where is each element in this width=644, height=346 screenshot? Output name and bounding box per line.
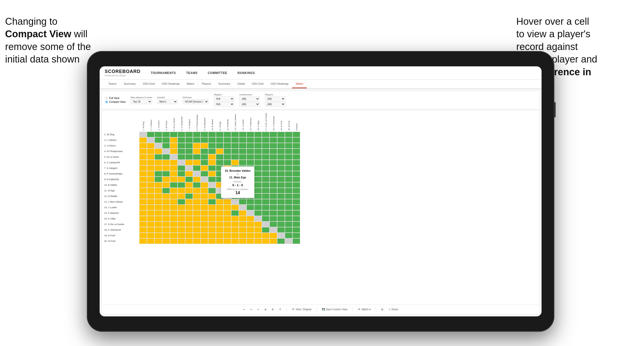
grid-cell[interactable] [178, 165, 185, 171]
grid-cell[interactable] [139, 216, 147, 221]
grid-cell[interactable] [155, 137, 162, 143]
grid-cell[interactable] [162, 132, 170, 137]
grid-cell[interactable] [270, 177, 277, 182]
grid-cell[interactable] [208, 193, 216, 199]
grid-cell[interactable] [270, 193, 277, 199]
grid-cell[interactable] [224, 233, 231, 238]
grid-cell[interactable] [231, 154, 239, 160]
grid-cell[interactable] [193, 205, 201, 210]
grid-cell[interactable] [254, 154, 262, 160]
grid-cell[interactable] [247, 160, 254, 165]
grid-cell[interactable] [239, 137, 247, 143]
grid-cell[interactable] [285, 137, 292, 143]
grid-cell[interactable] [270, 132, 277, 137]
full-view-radio[interactable] [105, 97, 108, 100]
grid-cell[interactable] [277, 143, 285, 149]
grid-cell[interactable] [139, 160, 147, 165]
grid-cell[interactable] [270, 143, 277, 149]
grid-cell[interactable] [216, 238, 224, 244]
grid-cell[interactable] [178, 160, 185, 165]
players-select[interactable]: (All) [265, 96, 285, 101]
grid-cell[interactable] [147, 137, 155, 143]
grid-cell[interactable] [155, 227, 162, 233]
grid-cell[interactable] [162, 137, 170, 143]
grid-cell[interactable] [162, 193, 170, 199]
grid-cell[interactable] [193, 238, 201, 244]
grid-cell[interactable] [231, 143, 239, 149]
grid-cell[interactable] [285, 227, 292, 233]
grid-cell[interactable] [147, 149, 155, 154]
grid-cell[interactable] [231, 216, 239, 221]
grid-cell[interactable] [231, 238, 239, 244]
grid-cell[interactable] [178, 149, 185, 154]
grid-cell[interactable] [285, 154, 292, 160]
subnav-matrix-right[interactable]: Matrix [292, 80, 307, 88]
gender-select[interactable]: Men's [157, 99, 178, 104]
grid-cell[interactable] [292, 227, 300, 233]
grid-cell[interactable] [292, 205, 300, 210]
grid-cell[interactable] [208, 216, 216, 221]
grid-cell[interactable] [178, 171, 185, 177]
grid-cell[interactable] [162, 171, 170, 177]
nav-tournaments[interactable]: TOURNAMENTS [151, 71, 176, 75]
grid-cell[interactable] [285, 177, 292, 182]
grid-cell[interactable] [185, 137, 193, 143]
grid-cell[interactable] [139, 221, 147, 227]
grid-cell[interactable] [292, 154, 300, 160]
grid-cell[interactable] [262, 221, 270, 227]
conference-select[interactable]: (All) [239, 96, 260, 101]
grid-cell[interactable] [262, 182, 270, 188]
grid-cell[interactable] [170, 137, 178, 143]
conference-select2[interactable]: (All) [239, 102, 260, 107]
grid-cell[interactable] [239, 210, 247, 216]
region-select[interactable]: N/A [214, 96, 234, 101]
grid-cell[interactable] [208, 154, 216, 160]
grid-cell[interactable] [231, 149, 239, 154]
grid-cell[interactable] [178, 233, 185, 238]
grid-cell[interactable] [162, 182, 170, 188]
grid-cell[interactable] [185, 171, 193, 177]
grid-cell[interactable] [247, 149, 254, 154]
grid-cell[interactable] [285, 199, 292, 205]
grid-cell[interactable] [285, 143, 292, 149]
save-custom-button[interactable]: 💾 Save Custom View [322, 308, 347, 311]
grid-cell[interactable] [262, 149, 270, 154]
grid-cell[interactable] [224, 227, 231, 233]
grid-cell[interactable] [139, 199, 147, 205]
grid-cell[interactable] [139, 154, 147, 160]
grid-cell[interactable] [201, 160, 208, 165]
grid-cell[interactable] [147, 160, 155, 165]
grid-cell[interactable] [178, 199, 185, 205]
grid-cell[interactable] [262, 188, 270, 193]
grid-cell[interactable] [247, 216, 254, 221]
grid-cell[interactable] [254, 188, 262, 193]
grid-cell[interactable] [162, 143, 170, 149]
grid-cell[interactable] [277, 177, 285, 182]
grid-cell[interactable] [193, 199, 201, 205]
grid-cell[interactable] [285, 182, 292, 188]
grid-cell[interactable] [292, 149, 300, 154]
grid-cell[interactable] [170, 216, 178, 221]
compact-view-option[interactable]: Compact View [105, 101, 125, 103]
grid-cell[interactable] [178, 216, 185, 221]
grid-cell[interactable] [139, 227, 147, 233]
grid-cell[interactable] [270, 205, 277, 210]
grid-cell[interactable] [208, 210, 216, 216]
grid-cell[interactable] [162, 205, 170, 210]
grid-cell[interactable] [277, 199, 285, 205]
grid-cell[interactable] [216, 227, 224, 233]
grid-cell[interactable] [178, 221, 185, 227]
grid-cell[interactable] [262, 205, 270, 210]
grid-cell[interactable] [239, 205, 247, 210]
full-view-option[interactable]: Full View [105, 97, 125, 100]
grid-cell[interactable] [147, 199, 155, 205]
grid-cell[interactable] [155, 165, 162, 171]
grid-cell[interactable] [239, 149, 247, 154]
grid-cell[interactable] [254, 199, 262, 205]
grid-cell[interactable] [147, 171, 155, 177]
grid-cell[interactable] [208, 238, 216, 244]
grid-cell[interactable] [231, 210, 239, 216]
subnav-teams[interactable]: Teams [105, 80, 120, 88]
subnav-summary-right[interactable]: Summary [215, 80, 234, 88]
grid-cell[interactable] [285, 171, 292, 177]
